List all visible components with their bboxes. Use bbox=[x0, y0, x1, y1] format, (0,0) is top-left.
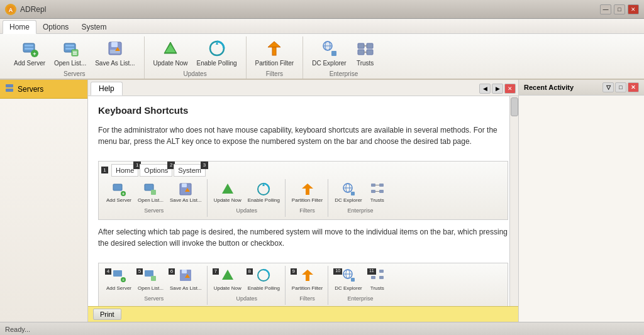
open-list-icon bbox=[60, 38, 80, 58]
svg-rect-72 bbox=[351, 278, 355, 282]
scrollbar[interactable] bbox=[509, 96, 518, 306]
right-panel-controls[interactable]: ▽ □ ✕ bbox=[602, 82, 639, 92]
partition-filter-label: Partition Filter bbox=[255, 60, 294, 67]
enable-polling-label: Enable Polling bbox=[197, 60, 237, 67]
open-list-label: Open List... bbox=[54, 60, 86, 67]
svg-rect-4 bbox=[25, 48, 33, 50]
inner-group-updates: Update Now bbox=[209, 179, 286, 217]
inner-updates-label: Updates bbox=[236, 207, 257, 216]
sidebar-item-servers[interactable]: Servers bbox=[0, 80, 87, 99]
partition-filter-button[interactable]: Partition Filter bbox=[252, 36, 298, 69]
inner2-enable-polling: 8 Enable Polling bbox=[245, 267, 282, 294]
svg-rect-46 bbox=[306, 189, 309, 195]
svg-rect-75 bbox=[371, 276, 375, 279]
dc-explorer-label: DC Explorer bbox=[312, 60, 346, 67]
help-close-button[interactable]: ✕ bbox=[504, 84, 516, 94]
ribbon-filters-label: Filters bbox=[266, 70, 283, 77]
window-controls[interactable]: — □ ✕ bbox=[600, 4, 639, 14]
svg-rect-29 bbox=[358, 50, 364, 55]
inner-open-list: Open List... bbox=[135, 180, 166, 206]
svg-rect-14 bbox=[111, 42, 118, 47]
right-panel-header: Recent Activity ▽ □ ✕ bbox=[519, 80, 644, 96]
num-11: 11 bbox=[367, 268, 376, 275]
svg-rect-26 bbox=[331, 51, 336, 56]
svg-rect-50 bbox=[351, 192, 355, 195]
inner-add-server-icon: + bbox=[111, 182, 126, 197]
svg-rect-34 bbox=[6, 89, 13, 92]
inner-dc-explorer-label: DC Explorer bbox=[335, 197, 362, 204]
help-title: Keyboard Shortcuts bbox=[98, 104, 508, 118]
help-tab-bar: Help ◀ ▶ ✕ bbox=[88, 80, 518, 96]
inner-group2-filters: 9 Partition Filter bbox=[287, 266, 328, 305]
app-icon: A bbox=[5, 4, 16, 15]
inner2-open-list: 5 Open List... bbox=[135, 267, 166, 294]
save-as-list-button[interactable]: Save As List... bbox=[91, 36, 138, 69]
print-button[interactable]: Print bbox=[93, 309, 121, 320]
update-now-label: Update Now bbox=[153, 60, 188, 67]
help-next-button[interactable]: ▶ bbox=[492, 84, 503, 94]
svg-marker-45 bbox=[302, 184, 313, 189]
right-panel-expand[interactable]: □ bbox=[615, 82, 626, 92]
scrollbar-thumb[interactable] bbox=[511, 97, 518, 116]
inner-update-now: Update Now bbox=[211, 180, 244, 206]
menu-options[interactable]: Options bbox=[36, 21, 75, 33]
help-content-wrapper: Keyboard Shortcuts For the administrator… bbox=[88, 96, 518, 306]
right-panel-close[interactable]: ✕ bbox=[628, 82, 639, 92]
inner-open-list-icon bbox=[143, 182, 158, 197]
inner-save-as-list-icon bbox=[178, 182, 193, 197]
sidebar: Servers bbox=[0, 80, 88, 322]
inner2-trusts-label: Trusts bbox=[370, 285, 384, 292]
title-bar: A ADRepl — □ ✕ bbox=[0, 0, 644, 19]
add-server-button[interactable]: + Add Server bbox=[10, 36, 49, 69]
inner-trusts: Trusts bbox=[366, 180, 389, 206]
menu-system[interactable]: System bbox=[75, 21, 113, 33]
help-tab-controls[interactable]: ◀ ▶ ✕ bbox=[479, 84, 516, 94]
status-text: Ready... bbox=[5, 326, 30, 333]
help-para-2: After selecting which tab page is desire… bbox=[98, 226, 508, 249]
svg-rect-53 bbox=[371, 190, 375, 193]
inner-add-server: + Add Server bbox=[104, 180, 134, 206]
close-button[interactable]: ✕ bbox=[628, 4, 639, 14]
open-list-button[interactable]: Open List... bbox=[50, 36, 90, 69]
help-tab[interactable]: Help bbox=[91, 82, 123, 96]
inner-group2-servers: 4 + Add Server bbox=[101, 266, 208, 305]
print-bar: Print bbox=[88, 306, 518, 322]
inner-filters-label: Filters bbox=[299, 207, 315, 216]
help-prev-button[interactable]: ◀ bbox=[479, 84, 491, 94]
inner-save-as-list: Save As List... bbox=[167, 180, 204, 206]
dc-explorer-button[interactable]: DC Explorer bbox=[308, 36, 350, 69]
enable-polling-icon bbox=[207, 38, 227, 58]
update-now-button[interactable]: Update Now bbox=[150, 36, 192, 69]
inner-servers-btns: + Add Server bbox=[104, 180, 204, 206]
svg-text:+: + bbox=[122, 192, 125, 196]
inner2-open-list-label: Open List... bbox=[138, 285, 164, 292]
sidebar-servers-icon bbox=[5, 84, 14, 94]
ribbon: + Add Server Open List... bbox=[0, 34, 644, 80]
inner2-partition-filter: 9 Partition Filter bbox=[289, 267, 325, 294]
right-panel-minimize[interactable]: ▽ bbox=[602, 82, 614, 92]
svg-text:+: + bbox=[122, 278, 125, 282]
inner2-enable-polling-label: Enable Polling bbox=[248, 285, 280, 292]
inner-group-filters: Partition Filter Filters bbox=[287, 179, 328, 217]
menu-home[interactable]: Home bbox=[3, 20, 36, 34]
enable-polling-button[interactable]: Enable Polling bbox=[193, 36, 241, 69]
svg-rect-3 bbox=[25, 45, 33, 47]
minimize-button[interactable]: — bbox=[600, 4, 611, 14]
ribbon-group-updates: Update Now Enable Polling Updates bbox=[145, 36, 247, 79]
maximize-button[interactable]: □ bbox=[614, 4, 625, 14]
ribbon-enterprise-label: Enterprise bbox=[330, 70, 358, 77]
inner-trusts-icon bbox=[370, 182, 385, 197]
partition-filter-icon bbox=[264, 38, 284, 58]
ribbon-updates-buttons: Update Now Enable Polling bbox=[150, 36, 241, 69]
inner2-save-as-list: 6 Save As List... bbox=[167, 267, 204, 294]
trusts-button[interactable]: Trusts bbox=[352, 36, 379, 69]
help-content: Keyboard Shortcuts For the administrator… bbox=[88, 96, 518, 306]
inner-menu-system: System 3 bbox=[174, 164, 206, 177]
save-as-list-label: Save As List... bbox=[95, 60, 135, 67]
svg-marker-20 bbox=[268, 41, 280, 47]
svg-rect-74 bbox=[379, 270, 384, 273]
add-server-icon: + bbox=[19, 38, 40, 58]
inner-partition-filter: Partition Filter bbox=[289, 180, 325, 206]
svg-marker-43 bbox=[222, 184, 233, 194]
menu-bar: Home Options System bbox=[0, 19, 644, 34]
